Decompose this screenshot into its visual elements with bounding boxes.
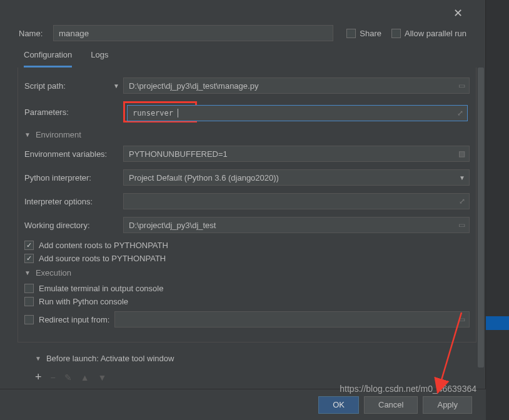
add-content-roots-label: Add content roots to PYTHONPATH	[39, 241, 168, 250]
chevron-down-icon: ▼	[24, 269, 31, 276]
interpreter-options-label: Interpreter options:	[24, 197, 123, 206]
editor-background	[486, 0, 509, 420]
share-checkbox[interactable]: Share	[346, 29, 381, 38]
parameters-highlight: ⤢	[123, 101, 197, 122]
emulate-terminal-checkbox[interactable]: Emulate terminal in output console	[24, 284, 470, 293]
dialog-button-bar: OK Cancel Apply	[0, 389, 486, 420]
folder-icon[interactable]: ▭	[458, 315, 465, 324]
env-vars-field[interactable]: ▤	[123, 146, 470, 162]
vertical-scrollbar[interactable]	[478, 68, 484, 399]
script-path-row: Script path: ▼ ▭	[24, 78, 470, 94]
tabs: Configuration Logs	[0, 41, 485, 68]
interpreter-field[interactable]: Project Default (Python 3.6 (django2020)…	[123, 169, 470, 186]
list-icon[interactable]: ▤	[458, 149, 465, 158]
interpreter-label: Python interpreter:	[24, 173, 123, 182]
working-dir-row: Working directory: ▭	[24, 217, 470, 233]
panel-wrap: Script path: ▼ ▭ Parameters: ⤢	[0, 68, 485, 420]
expand-icon[interactable]: ⤢	[459, 197, 465, 206]
name-label: Name:	[19, 29, 53, 38]
close-icon[interactable]: ✕	[453, 6, 463, 20]
cancel-button[interactable]: Cancel	[364, 396, 418, 414]
before-launch-toolbar: + − ✎ ▲ ▼	[35, 371, 468, 384]
folder-icon[interactable]: ▭	[458, 221, 465, 229]
name-row: Name: Share Allow parallel run	[0, 0, 485, 41]
share-label: Share	[360, 29, 381, 38]
interpreter-value: Project Default (Python 3.6 (django2020)…	[129, 173, 279, 182]
expand-icon[interactable]: ⤢	[457, 109, 463, 118]
editor-selection-stripe	[486, 316, 509, 330]
interpreter-options-input[interactable]	[129, 197, 464, 206]
chevron-down-icon: ▼	[24, 131, 31, 138]
run-configuration-dialog: ✕ Name: Share Allow parallel run Configu…	[0, 0, 486, 420]
before-launch-header[interactable]: ▼ Before launch: Activate tool window	[35, 354, 468, 363]
emulate-terminal-label: Emulate terminal in output console	[39, 284, 163, 293]
parameters-label: Parameters:	[24, 108, 123, 117]
ok-button[interactable]: OK	[318, 396, 359, 414]
python-console-checkbox[interactable]: Run with Python console	[24, 297, 470, 306]
working-dir-label: Working directory:	[24, 221, 123, 230]
execution-section-label: Execution	[36, 268, 71, 278]
script-path-input[interactable]	[129, 81, 464, 91]
add-source-roots-label: Add source roots to PYTHONPATH	[39, 254, 166, 263]
interpreter-options-row: Interpreter options: ⤢	[24, 193, 470, 209]
redirect-input-row: Redirect input from: ▭	[24, 311, 470, 328]
environment-section-label: Environment	[36, 130, 81, 139]
add-source-roots-checkbox[interactable]: Add source roots to PYTHONPATH	[24, 254, 470, 263]
script-path-type-dropdown[interactable]: ▼	[109, 82, 123, 89]
edit-icon: ✎	[64, 372, 72, 382]
interpreter-options-field[interactable]: ⤢	[123, 193, 470, 209]
allow-parallel-checkbox[interactable]: Allow parallel run	[391, 29, 466, 38]
scrollbar-thumb[interactable]	[478, 68, 484, 368]
add-content-roots-checkbox[interactable]: Add content roots to PYTHONPATH	[24, 241, 470, 250]
working-dir-input[interactable]	[129, 221, 464, 230]
env-vars-label: Environment variables:	[24, 149, 123, 159]
chevron-down-icon: ▼	[459, 174, 465, 181]
tab-configuration[interactable]: Configuration	[24, 50, 72, 68]
parameters-field[interactable]: ⤢	[127, 105, 468, 121]
folder-icon[interactable]: ▭	[458, 81, 465, 90]
execution-section-header[interactable]: ▼ Execution	[24, 268, 470, 278]
python-console-label: Run with Python console	[39, 297, 128, 306]
environment-section-header[interactable]: ▼ Environment	[24, 130, 470, 139]
name-input[interactable]	[53, 25, 333, 41]
before-launch-title: Before launch: Activate tool window	[46, 354, 174, 363]
redirect-input-field[interactable]: ▭	[114, 311, 470, 328]
allow-parallel-label: Allow parallel run	[405, 29, 466, 38]
redirect-input-label: Redirect input from:	[39, 315, 109, 324]
chevron-down-icon: ▼	[35, 355, 41, 362]
script-path-field[interactable]: ▭	[123, 78, 470, 94]
redirect-input-input[interactable]	[120, 315, 464, 324]
add-icon[interactable]: +	[35, 371, 42, 384]
parameters-input[interactable]	[133, 109, 178, 118]
redirect-input-checkbox[interactable]: Redirect input from:	[24, 315, 109, 324]
script-path-label: Script path:	[24, 81, 109, 91]
interpreter-row: Python interpreter: Project Default (Pyt…	[24, 169, 470, 186]
env-vars-input[interactable]	[129, 149, 464, 159]
remove-icon: −	[51, 372, 56, 382]
text-caret	[178, 109, 178, 118]
env-vars-row: Environment variables: ▤	[24, 146, 470, 162]
tab-logs[interactable]: Logs	[91, 50, 108, 68]
working-dir-field[interactable]: ▭	[123, 217, 470, 233]
configuration-panel: Script path: ▼ ▭ Parameters: ⤢	[18, 68, 476, 342]
parameters-row: Parameters: ⤢	[24, 101, 470, 122]
apply-button[interactable]: Apply	[423, 396, 472, 414]
up-icon: ▲	[81, 372, 89, 382]
down-icon: ▼	[98, 372, 107, 382]
